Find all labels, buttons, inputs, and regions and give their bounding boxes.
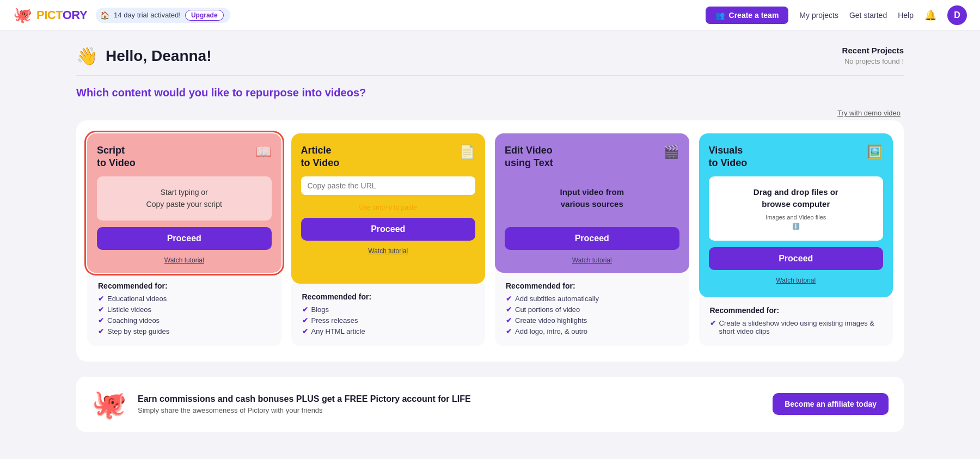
upload-box[interactable]: Drag and drop files orbrowse computer Im… xyxy=(709,176,884,241)
edit-body: Input video fromvarious sources xyxy=(505,176,679,221)
edit-card-icon: 🎬 xyxy=(663,144,679,160)
list-item: ✔Create a slideshow video using existing… xyxy=(710,319,883,335)
article-column: Articleto Video 📄 Use cmd+v to paste Pro… xyxy=(291,133,486,346)
edit-card-header: Edit Videousing Text 🎬 xyxy=(505,144,679,170)
list-item: ✔Step by step guides xyxy=(98,327,271,335)
edit-card-title: Edit Videousing Text xyxy=(505,144,553,170)
url-input[interactable] xyxy=(308,181,469,190)
visuals-column: Visualsto Video 🖼️ Drag and drop files o… xyxy=(699,133,893,346)
edit-proceed-button[interactable]: Proceed xyxy=(505,227,679,250)
script-card[interactable]: Scriptto Video 📖 Start typing orCopy pas… xyxy=(87,133,281,273)
nav-left: 🐙 PICTORY 🏠 14 day trial activated! Upgr… xyxy=(13,6,230,24)
recent-projects: Recent Projects No projects found ! xyxy=(842,46,904,65)
edit-rec-list: ✔Add subtitles automatically ✔Cut portio… xyxy=(506,295,678,335)
create-team-label: Create a team xyxy=(729,11,779,20)
list-item: ✔Educational videos xyxy=(98,295,271,303)
script-input-area[interactable]: Start typing orCopy paste your script xyxy=(97,176,272,221)
create-team-icon: 👥 xyxy=(715,11,725,20)
list-item: ✔Blogs xyxy=(302,305,475,314)
list-item: ✔Listicle videos xyxy=(98,305,271,314)
list-item: ✔Press releases xyxy=(302,316,475,325)
list-item: ✔Any HTML article xyxy=(302,327,475,335)
edit-rec-title: Recommended for: xyxy=(506,281,678,290)
edit-card[interactable]: Edit Videousing Text 🎬 Input video fromv… xyxy=(495,133,689,273)
cards-container: Scriptto Video 📖 Start typing orCopy pas… xyxy=(76,120,904,362)
avatar[interactable]: D xyxy=(947,5,967,25)
recent-projects-empty: No projects found ! xyxy=(842,57,904,65)
edit-watch-tutorial[interactable]: Watch tutorial xyxy=(505,256,679,264)
divider xyxy=(76,75,904,76)
notification-bell-icon[interactable]: 🔔 xyxy=(924,9,936,21)
cards-layout: Scriptto Video 📖 Start typing orCopy pas… xyxy=(87,133,893,346)
upload-info-icon: ℹ️ xyxy=(716,222,876,231)
article-proceed-button[interactable]: Proceed xyxy=(301,218,476,241)
article-watch-tutorial[interactable]: Watch tutorial xyxy=(301,247,476,255)
visuals-card[interactable]: Visualsto Video 🖼️ Drag and drop files o… xyxy=(699,133,893,297)
list-item: ✔Add logo, intro, & outro xyxy=(506,327,678,335)
script-watch-tutorial[interactable]: Watch tutorial xyxy=(97,256,272,264)
navbar: 🐙 PICTORY 🏠 14 day trial activated! Upgr… xyxy=(0,0,980,30)
visuals-proceed-button[interactable]: Proceed xyxy=(709,247,884,270)
demo-video-link[interactable]: Try with demo video xyxy=(837,109,901,117)
visuals-watch-tutorial[interactable]: Watch tutorial xyxy=(709,277,884,284)
trial-label: 14 day trial activated! xyxy=(114,11,181,19)
upload-sub-text: Images and Video files xyxy=(716,213,876,222)
visuals-card-title: Visualsto Video xyxy=(709,144,748,170)
visuals-rec-list: ✔Create a slideshow video using existing… xyxy=(710,319,883,335)
logo-text: PICTORY xyxy=(36,8,87,22)
article-card-title: Articleto Video xyxy=(301,144,340,170)
octopus-mascot: 🐙 xyxy=(91,388,127,421)
script-card-icon: 📖 xyxy=(255,144,272,160)
help-link[interactable]: Help xyxy=(898,11,914,20)
paste-hint: Use cmd+v to paste xyxy=(301,204,476,211)
upgrade-button[interactable]: Upgrade xyxy=(185,10,224,21)
visuals-card-icon: 🖼️ xyxy=(867,144,883,160)
article-card[interactable]: Articleto Video 📄 Use cmd+v to paste Pro… xyxy=(291,133,486,284)
my-projects-link[interactable]: My projects xyxy=(799,11,838,20)
edit-recommended: Recommended for: ✔Add subtitles automati… xyxy=(495,273,689,346)
visuals-card-header: Visualsto Video 🖼️ xyxy=(709,144,884,170)
section-title: Which content would you like to repurpos… xyxy=(76,87,904,99)
wave-icon: 👋 xyxy=(76,46,98,66)
greeting-text: Hello, Deanna! xyxy=(106,47,211,65)
logo: 🐙 PICTORY xyxy=(13,6,87,24)
affiliate-button[interactable]: Become an affiliate today xyxy=(773,393,889,415)
list-item: ✔Add subtitles automatically xyxy=(506,295,678,303)
list-item: ✔Create video highlights xyxy=(506,316,678,325)
affiliate-banner: 🐙 Earn commissions and cash bonuses PLUS… xyxy=(76,377,904,432)
article-rec-list: ✔Blogs ✔Press releases ✔Any HTML article xyxy=(302,305,475,335)
logo-icon: 🐙 xyxy=(13,6,32,24)
article-rec-title: Recommended for: xyxy=(302,292,475,301)
url-input-wrap[interactable] xyxy=(301,176,476,195)
recent-projects-title: Recent Projects xyxy=(842,46,904,55)
affiliate-sub-text: Simply share the awesomeness of Pictory … xyxy=(138,406,762,414)
script-rec-list: ✔Educational videos ✔Listicle videos ✔Co… xyxy=(98,295,271,335)
script-proceed-button[interactable]: Proceed xyxy=(97,227,272,250)
visuals-recommended: Recommended for: ✔Create a slideshow vid… xyxy=(699,297,893,346)
get-started-link[interactable]: Get started xyxy=(849,11,887,20)
script-placeholder: Start typing orCopy paste your script xyxy=(146,186,222,211)
affiliate-main-text: Earn commissions and cash bonuses PLUS g… xyxy=(138,394,762,404)
script-card-title: Scriptto Video xyxy=(97,144,136,170)
upload-main-text: Drag and drop files orbrowse computer xyxy=(716,186,876,211)
trial-icon: 🏠 xyxy=(100,11,109,20)
edit-column: Edit Videousing Text 🎬 Input video fromv… xyxy=(495,133,689,346)
greeting: 👋 Hello, Deanna! xyxy=(76,46,211,66)
header-row: 👋 Hello, Deanna! Recent Projects No proj… xyxy=(76,46,904,66)
script-rec-title: Recommended for: xyxy=(98,281,271,290)
main-content: 👋 Hello, Deanna! Recent Projects No proj… xyxy=(54,30,926,447)
article-card-icon: 📄 xyxy=(459,144,475,160)
article-recommended: Recommended for: ✔Blogs ✔Press releases … xyxy=(291,284,486,346)
trial-badge: 🏠 14 day trial activated! Upgrade xyxy=(96,8,230,23)
list-item: ✔Coaching videos xyxy=(98,316,271,325)
list-item: ✔Cut portions of video xyxy=(506,305,678,314)
nav-right: 👥 Create a team My projects Get started … xyxy=(706,5,967,25)
visuals-rec-title: Recommended for: xyxy=(710,306,883,315)
script-recommended: Recommended for: ✔Educational videos ✔Li… xyxy=(87,273,281,346)
script-column: Scriptto Video 📖 Start typing orCopy pas… xyxy=(87,133,281,346)
demo-row: Try with demo video xyxy=(76,109,904,117)
create-team-button[interactable]: 👥 Create a team xyxy=(706,7,789,24)
affiliate-text: Earn commissions and cash bonuses PLUS g… xyxy=(138,394,762,414)
script-card-header: Scriptto Video 📖 xyxy=(97,144,272,170)
article-card-header: Articleto Video 📄 xyxy=(301,144,476,170)
